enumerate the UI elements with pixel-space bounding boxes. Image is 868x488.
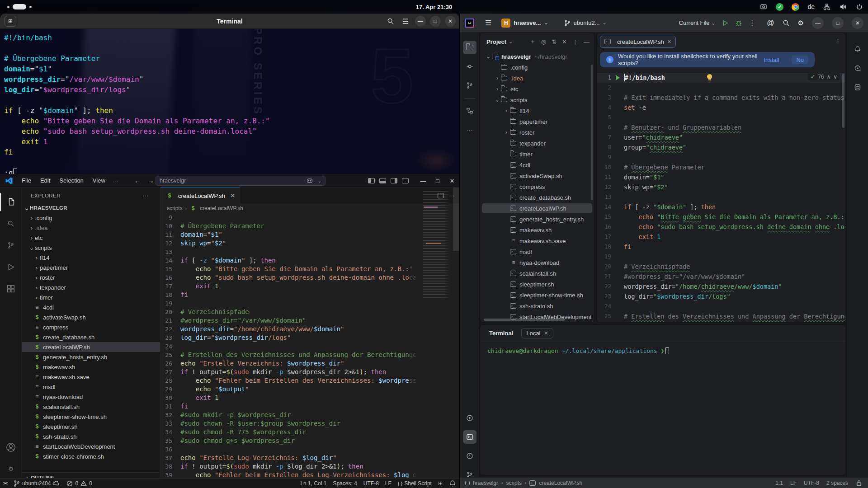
tree-item-sleeptimer-show-time.sh[interactable]: >_sleeptimer-show-time.sh: [480, 290, 594, 300]
tree-item-papertimer[interactable]: papertimer: [480, 116, 594, 127]
run-line-icon[interactable]: [616, 75, 620, 80]
explorer-more-icon[interactable]: ···: [142, 192, 148, 199]
close-icon[interactable]: ✕: [544, 330, 548, 336]
problems-indicator[interactable]: 0 0: [63, 479, 95, 488]
vscode-code[interactable]: 910# Übergebene Parameter11domain="$1"12…: [160, 213, 459, 478]
install-button[interactable]: Install: [764, 56, 779, 63]
language-mode[interactable]: { }Shell Script: [395, 479, 435, 488]
tree-item-generate_hosts_entry.sh[interactable]: $generate_hosts_entry.sh: [22, 352, 160, 362]
tree-item-sleeptimer.sh[interactable]: $sleeptimer.sh: [22, 422, 160, 432]
add-icon[interactable]: ＋: [530, 38, 536, 46]
scrollbar-thumb[interactable]: [591, 65, 593, 200]
project-toolwindow-icon[interactable]: [463, 41, 476, 54]
tree-item-compress[interactable]: ≡compress: [22, 322, 160, 332]
eol[interactable]: LF: [790, 480, 797, 486]
minimize-button[interactable]: —: [415, 16, 426, 27]
terminal-body[interactable]: #!/bin/bash# Übergebene Parameterdomain=…: [0, 29, 459, 174]
jetbrains-titlebar[interactable]: IJ ☰ H hraesve... ⌄ ubuntu2... ⌄ Current…: [460, 14, 868, 33]
breadcrumb-folder[interactable]: scripts: [167, 205, 183, 211]
chrome-icon[interactable]: [792, 3, 799, 11]
tab-createlocalwp[interactable]: >_ createLocalWP.sh ✕: [600, 36, 676, 48]
maximize-button[interactable]: □: [430, 16, 441, 27]
structure-toolwindow-icon[interactable]: [463, 104, 476, 117]
tree-item-etc[interactable]: ›etc: [22, 233, 160, 243]
tree-item-create_database.sh[interactable]: >_create_database.sh: [480, 192, 594, 203]
search-icon[interactable]: [385, 16, 396, 27]
copilot-icon[interactable]: [306, 177, 313, 184]
breadcrumb-file[interactable]: createLocalWP.sh: [200, 205, 243, 211]
minimize-button[interactable]: —: [416, 174, 430, 188]
tree-item-.config[interactable]: .config: [480, 62, 594, 73]
scrollbar-thumb[interactable]: [842, 74, 844, 128]
keyboard-layout-indicator[interactable]: de: [807, 3, 815, 10]
menu-icon[interactable]: ☰: [400, 16, 411, 27]
run-icon[interactable]: [722, 19, 729, 27]
intention-bulb-icon[interactable]: [707, 74, 712, 79]
tree-item-makewav.sh[interactable]: >_makewav.sh: [480, 225, 594, 235]
vcs-widget[interactable]: ubuntu2... ⌄: [564, 19, 607, 27]
services-toolwindow-icon[interactable]: [463, 411, 476, 425]
ai-assistant-icon[interactable]: @: [767, 19, 774, 27]
tree-item-startlocalwebdevelopment[interactable]: ≡startLocalWebDevelopment: [22, 441, 160, 451]
search-icon[interactable]: [0, 215, 22, 233]
menu-selection[interactable]: Selection: [55, 176, 87, 185]
prev-problem-icon[interactable]: ∧: [826, 74, 830, 80]
encoding[interactable]: UTF-8: [804, 480, 819, 486]
tree-item-timer[interactable]: timer: [480, 149, 594, 160]
jetbrains-code[interactable]: 1#!/bin/bash23# Exit immediately if a co…: [597, 73, 845, 322]
tree-item-texpander[interactable]: ›texpander: [22, 282, 160, 292]
status-check-icon[interactable]: ✓: [776, 3, 783, 11]
no-button[interactable]: No: [792, 56, 808, 64]
database-toolwindow-icon[interactable]: [851, 80, 864, 94]
editor-options-icon[interactable]: ⋮: [835, 38, 841, 44]
tree-item-nyaa-download[interactable]: ≡nyaa-download: [480, 257, 594, 268]
expand-all-icon[interactable]: ⇅: [552, 38, 557, 45]
crumb-project[interactable]: hraesvelgr: [473, 480, 498, 486]
commit-toolwindow-icon[interactable]: [463, 60, 476, 73]
terminal-prompt[interactable]: chidraeve@darkdragon ~/.local/share/appl…: [487, 347, 841, 471]
project-panel-title[interactable]: Project: [486, 38, 506, 45]
cursor-position[interactable]: Ln 1, Col 1: [297, 479, 330, 488]
locate-file-icon[interactable]: ◎: [541, 38, 546, 45]
clock[interactable]: 17. Apr 21:30: [0, 0, 868, 14]
inspections-widget[interactable]: ✓ 76 ∧ ∨: [808, 73, 840, 80]
project-widget[interactable]: H hraesve... ⌄: [498, 17, 552, 29]
tree-item-ff14[interactable]: ›ff14: [480, 105, 594, 116]
tree-item-ff14[interactable]: ›ff14: [22, 253, 160, 263]
maximize-button[interactable]: □: [430, 174, 445, 188]
hide-panel-icon[interactable]: —: [584, 38, 590, 45]
network-icon[interactable]: [823, 3, 831, 11]
crumb-folder[interactable]: scripts: [506, 480, 522, 486]
tree-item-roster[interactable]: ›roster: [480, 127, 594, 138]
nav-forward-icon[interactable]: →: [147, 177, 154, 184]
tree-item-.idea[interactable]: ›.idea: [22, 223, 160, 233]
close-button[interactable]: ✕: [852, 17, 863, 29]
power-icon[interactable]: [855, 3, 863, 11]
tree-item-sleeptimer.sh[interactable]: >_sleeptimer.sh: [480, 279, 594, 290]
status-breadcrumbs[interactable]: hraesvelgr › scripts › >_ createLocalWP.…: [465, 480, 582, 486]
encoding[interactable]: UTF-8: [360, 479, 382, 488]
tree-item-activateswap.sh[interactable]: $activateSwap.sh: [22, 312, 160, 322]
tree-item-msdl[interactable]: ≡msdl: [22, 382, 160, 392]
tree-item-generate_hosts_entry.sh[interactable]: >_generate_hosts_entry.sh: [480, 214, 594, 225]
tree-item-stimer-close-chrome.sh[interactable]: $stimer-close-chrome.sh: [22, 451, 160, 461]
volume-icon[interactable]: [839, 3, 847, 11]
close-tab-icon[interactable]: ✕: [667, 39, 671, 45]
tree-item-texpander[interactable]: texpander: [480, 138, 594, 149]
tree-item-makewav.sh[interactable]: $makewav.sh: [22, 362, 160, 372]
tree-item-ssh-strato.sh[interactable]: >_ssh-strato.sh: [480, 300, 594, 311]
notifications-bell-icon[interactable]: [851, 42, 864, 56]
terminal-titlebar[interactable]: ⊞ Terminal ☰ — □ ✕: [0, 14, 459, 29]
chevron-down-icon[interactable]: ⌄: [509, 39, 513, 45]
collapse-all-icon[interactable]: ✕: [562, 38, 567, 45]
settings-gear-icon[interactable]: ⚙: [0, 460, 22, 478]
indentation[interactable]: 2 spaces: [826, 480, 848, 486]
indentation[interactable]: Spaces: 4: [330, 479, 360, 488]
toggle-sidebar-icon[interactable]: [368, 178, 375, 183]
tree-item-createlocalwp.sh[interactable]: >_createLocalWP.sh: [480, 203, 594, 214]
tree-item-hraesvelgr[interactable]: ⌄hraesvelgr~/hraesvelgr: [480, 51, 594, 62]
maximize-button[interactable]: □: [832, 17, 844, 29]
scrollbar-thumb[interactable]: [453, 188, 459, 251]
feedback-icon[interactable]: ⊞: [435, 479, 446, 488]
tree-item-scripts[interactable]: ⌄scripts: [480, 94, 594, 105]
